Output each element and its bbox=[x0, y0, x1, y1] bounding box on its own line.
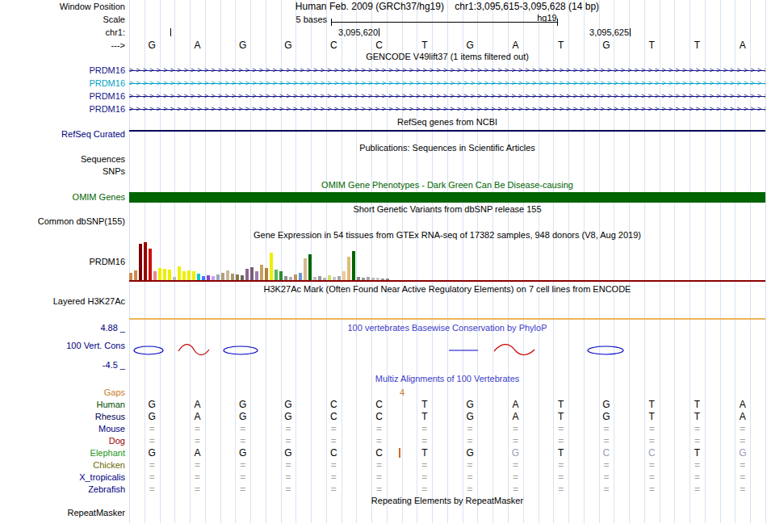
species-label[interactable]: Chicken bbox=[0, 459, 125, 471]
base-letter: = bbox=[266, 459, 311, 471]
gtex-bar[interactable] bbox=[231, 274, 234, 280]
omim-genes-label[interactable]: OMIM Genes bbox=[0, 192, 125, 203]
gtex-bar[interactable] bbox=[163, 269, 166, 280]
gtex-bar[interactable] bbox=[149, 249, 152, 280]
conservation-plot[interactable] bbox=[129, 333, 765, 368]
gene-label[interactable]: PRDM16 bbox=[0, 91, 125, 102]
common-dbsnp-label[interactable]: Common dbSNP(155) bbox=[0, 216, 125, 227]
gene-label[interactable]: PRDM16 bbox=[0, 104, 125, 115]
gtex-bar[interactable] bbox=[153, 271, 157, 280]
gtex-bar[interactable] bbox=[245, 269, 249, 280]
conservation-label[interactable]: 100 Vert. Cons bbox=[0, 341, 125, 351]
gtex-bar[interactable] bbox=[178, 266, 181, 280]
gene-row[interactable]: PRDM16 >>>>>>>>>>>>>>>>>>>>>>>>>>>>>>>>>… bbox=[0, 78, 767, 90]
alignment-letters[interactable]: ============== bbox=[129, 435, 765, 447]
gtex-bar[interactable] bbox=[347, 257, 350, 280]
species-label[interactable]: Elephant bbox=[0, 447, 125, 459]
h3k27ac-label[interactable]: Layered H3K27Ac bbox=[0, 296, 125, 307]
alignment-row-x_tropicalis[interactable]: X_tropicalis============== bbox=[0, 471, 767, 484]
snps-label[interactable]: SNPs bbox=[0, 166, 125, 177]
base-letter: = bbox=[629, 423, 674, 435]
species-label[interactable]: X_tropicalis bbox=[0, 471, 125, 484]
omim-gene-bar[interactable] bbox=[129, 192, 765, 203]
genome-browser: Window Position Human Feb. 2009 (GRCh37/… bbox=[0, 0, 767, 532]
refseq-curated-label[interactable]: RefSeq Curated bbox=[0, 129, 125, 140]
gtex-bar[interactable] bbox=[226, 270, 229, 280]
gtex-bar[interactable] bbox=[158, 268, 161, 280]
gtex-bar[interactable] bbox=[182, 271, 186, 280]
gtex-bar[interactable] bbox=[299, 273, 302, 280]
gtex-bar[interactable] bbox=[260, 265, 263, 280]
species-label[interactable]: Mouse bbox=[0, 423, 125, 435]
gtex-bar[interactable] bbox=[187, 270, 191, 280]
gtex-bar[interactable] bbox=[134, 270, 137, 280]
alignment-row-elephant[interactable]: ElephantGAGGCCTGGTCCTG bbox=[0, 447, 767, 459]
gtex-bar[interactable] bbox=[304, 258, 307, 280]
gtex-bar[interactable] bbox=[144, 242, 147, 280]
alignment-letters[interactable]: GAGGCCTGGTCCTG bbox=[129, 447, 765, 459]
base-letter: = bbox=[356, 484, 401, 496]
gtex-bar[interactable] bbox=[192, 271, 195, 280]
gene-row[interactable]: PRDM16 >>>>>>>>>>>>>>>>>>>>>>>>>>>>>>>>>… bbox=[0, 65, 767, 77]
alignment-row-zebrafish[interactable]: Zebrafish============== bbox=[0, 484, 767, 496]
refseq-gene-line[interactable] bbox=[129, 130, 765, 132]
gtex-bar[interactable] bbox=[308, 254, 312, 280]
repeatmasker-label[interactable]: RepeatMasker bbox=[0, 508, 125, 518]
h3k27ac-signal-line[interactable] bbox=[129, 318, 765, 320]
gtex-bar[interactable] bbox=[294, 274, 297, 280]
alignment-letters[interactable]: ============== bbox=[129, 459, 765, 471]
gtex-bar[interactable] bbox=[270, 253, 273, 280]
gaps-label[interactable]: Gaps bbox=[0, 387, 125, 398]
gtex-bar[interactable] bbox=[255, 271, 258, 280]
gtex-bar[interactable] bbox=[216, 274, 220, 280]
alignment-row-rhesus[interactable]: RhesusGAGGCCTGATGTTA bbox=[0, 411, 767, 423]
gtex-bar[interactable] bbox=[265, 268, 268, 280]
species-label[interactable]: Human bbox=[0, 399, 125, 411]
gtex-gene-label[interactable]: PRDM16 bbox=[0, 257, 125, 267]
gene-arrows[interactable]: >>>>>>>>>>>>>>>>>>>>>>>>>>>>>>>>>>>>>>>>… bbox=[129, 78, 765, 89]
alignment-row-chicken[interactable]: Chicken============== bbox=[0, 459, 767, 471]
alignment-row-human[interactable]: HumanGAGGCCTGATGTTA bbox=[0, 399, 767, 411]
species-label[interactable]: Zebrafish bbox=[0, 484, 125, 496]
gtex-bar[interactable] bbox=[197, 274, 200, 280]
alignment-row-mouse[interactable]: Mouse============== bbox=[0, 423, 767, 435]
base-letter: T bbox=[674, 447, 719, 459]
base-letter: C bbox=[356, 399, 401, 411]
base-letter: = bbox=[629, 484, 674, 496]
alignment-letters[interactable]: ============== bbox=[129, 484, 765, 496]
species-label[interactable]: Rhesus bbox=[0, 411, 125, 423]
gtex-bar[interactable] bbox=[168, 270, 171, 280]
alignment-letters[interactable]: ============== bbox=[129, 471, 765, 484]
gtex-bar[interactable] bbox=[352, 251, 355, 280]
gtex-bar[interactable] bbox=[342, 271, 346, 280]
gtex-bar[interactable] bbox=[275, 270, 278, 280]
gtex-bar[interactable] bbox=[129, 273, 132, 280]
assembly-name: Human Feb. 2009 (GRCh37/hg19) bbox=[295, 1, 444, 12]
base-letter: = bbox=[447, 435, 492, 447]
gene-row[interactable]: PRDM16 >>>>>>>>>>>>>>>>>>>>>>>>>>>>>>>>>… bbox=[0, 104, 767, 115]
gtex-bar[interactable] bbox=[250, 267, 254, 280]
alignment-letters[interactable]: GAGGCCTGATGTTA bbox=[129, 411, 765, 423]
gtex-bar[interactable] bbox=[139, 244, 142, 280]
gtex-bar[interactable] bbox=[279, 271, 283, 280]
gtex-bar[interactable] bbox=[221, 273, 224, 280]
species-label[interactable]: Dog bbox=[0, 435, 125, 447]
gtex-bars[interactable] bbox=[129, 242, 420, 280]
base-letter: = bbox=[174, 423, 220, 435]
alignment-letters[interactable]: ============== bbox=[129, 423, 765, 435]
alignment-row-dog[interactable]: Dog============== bbox=[0, 435, 767, 447]
base-letter: = bbox=[129, 471, 174, 484]
gene-arrows[interactable]: >>>>>>>>>>>>>>>>>>>>>>>>>>>>>>>>>>>>>>>>… bbox=[129, 65, 765, 76]
alignment-letters[interactable]: GAGGCCTGATGTTA bbox=[129, 399, 765, 411]
base-letter: = bbox=[674, 435, 719, 447]
sequences-label[interactable]: Sequences bbox=[0, 154, 125, 165]
base-letter: G bbox=[220, 399, 266, 411]
gtex-bar[interactable] bbox=[236, 274, 239, 280]
gene-label[interactable]: PRDM16 bbox=[0, 65, 125, 76]
gene-arrows[interactable]: >>>>>>>>>>>>>>>>>>>>>>>>>>>>>>>>>>>>>>>>… bbox=[129, 91, 765, 102]
gene-arrows[interactable]: >>>>>>>>>>>>>>>>>>>>>>>>>>>>>>>>>>>>>>>>… bbox=[129, 104, 765, 115]
gene-row[interactable]: PRDM16 >>>>>>>>>>>>>>>>>>>>>>>>>>>>>>>>>… bbox=[0, 91, 767, 103]
gene-label[interactable]: PRDM16 bbox=[0, 78, 125, 89]
gtex-baseline[interactable] bbox=[129, 280, 765, 282]
base-letter: C bbox=[356, 447, 401, 459]
